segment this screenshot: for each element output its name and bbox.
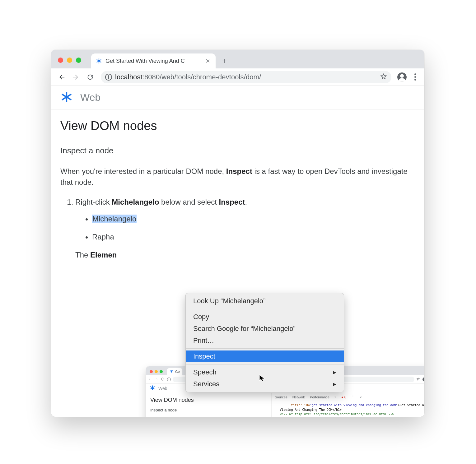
context-menu: Look Up “Michelangelo” Copy Search Googl…: [185, 293, 344, 392]
submenu-arrow-icon: ▶: [333, 370, 336, 375]
devtools-tab-sources: Sources: [275, 395, 287, 399]
devtools-kebab-icon: ⋮: [351, 395, 355, 399]
devtools-panel: Sources Network Performance » ● 6 ⋮ × ti…: [272, 393, 424, 417]
profile-avatar[interactable]: [396, 71, 408, 83]
zoom-window-button: [160, 370, 163, 373]
browser-tab[interactable]: Get Started With Viewing And C: [91, 53, 216, 68]
tab-favicon: [170, 369, 173, 374]
context-menu-separator: [186, 348, 344, 349]
browser-window: Get Started With Viewing And C i localho…: [51, 50, 424, 417]
submenu-arrow-icon: ▶: [333, 382, 336, 387]
close-window-button: [150, 370, 153, 373]
close-window-button[interactable]: [58, 58, 63, 63]
context-menu-copy[interactable]: Copy: [186, 311, 344, 323]
step-1: Right-click Michelangelo below and selec…: [75, 197, 415, 261]
devtools-tabs: Sources Network Performance » ● 6 ⋮ ×: [272, 393, 424, 401]
address-bar[interactable]: i localhost:8080/web/tools/chrome-devtoo…: [101, 71, 391, 83]
site-info-icon[interactable]: i: [105, 74, 112, 81]
back-icon: [148, 377, 153, 382]
nested-paragraph: When you're interested in a particular D…: [150, 416, 267, 417]
svg-marker-1: [417, 378, 420, 380]
browser-menu-button[interactable]: [410, 71, 420, 83]
star-icon: [416, 377, 421, 382]
url-text: localhost:8080/web/tools/chrome-devtools…: [115, 73, 261, 81]
page-h2: Inspect a node: [60, 146, 415, 155]
context-menu-services[interactable]: Services▶: [186, 378, 344, 390]
tab-favicon: [96, 58, 102, 64]
nested-tab-title: Ge: [175, 370, 180, 374]
reload-button[interactable]: [84, 71, 96, 83]
back-button[interactable]: [55, 71, 68, 83]
intro-paragraph: When you're interested in a particular D…: [60, 166, 415, 188]
context-menu-speech[interactable]: Speech▶: [186, 366, 344, 378]
nested-h2: Inspect a node: [150, 408, 267, 412]
site-header: Web: [51, 86, 424, 109]
devtools-error-count: ● 6: [341, 395, 346, 399]
context-menu-search[interactable]: Search Google for “Michelangelo”: [186, 323, 344, 335]
minimize-window-button[interactable]: [67, 58, 72, 63]
new-tab-button[interactable]: [218, 55, 231, 67]
site-logo-icon: [150, 385, 155, 392]
list-item[interactable]: Rapha: [92, 231, 415, 243]
svg-marker-0: [381, 74, 386, 79]
devtools-elements-source: title" id="get_started_with_viewing_and_…: [272, 401, 424, 417]
browser-toolbar: i localhost:8080/web/tools/chrome-devtoo…: [51, 68, 424, 86]
forward-button[interactable]: [70, 71, 82, 83]
avatar-icon: [422, 377, 424, 382]
devtools-close-icon: ×: [360, 395, 362, 399]
window-controls: [55, 58, 84, 68]
highlighted-text: Michelangelo: [92, 215, 137, 223]
avatar-icon: [397, 72, 407, 82]
reload-icon: [161, 377, 165, 382]
page-h1: View DOM nodes: [60, 119, 415, 133]
devtools-tab-network: Network: [292, 395, 305, 399]
devtools-more: »: [334, 395, 336, 399]
zoom-window-button[interactable]: [76, 58, 81, 63]
site-info-icon: i: [167, 378, 171, 381]
nested-site-title: Web: [158, 386, 167, 391]
minimize-window-button: [155, 370, 158, 373]
tab-title: Get Started With Viewing And C: [105, 58, 201, 64]
steps-list: Right-click Michelangelo below and selec…: [60, 197, 415, 261]
nested-page-content: View DOM nodes Inspect a node When you'r…: [146, 393, 272, 417]
site-title: Web: [80, 92, 100, 103]
bookmark-icon[interactable]: [380, 73, 387, 81]
page-content: View DOM nodes Inspect a node When you'r…: [51, 109, 424, 261]
context-menu-inspect[interactable]: Inspect: [186, 350, 344, 362]
tab-strip: Get Started With Viewing And C: [51, 50, 424, 68]
list-item[interactable]: Michelangelo: [92, 213, 415, 225]
context-menu-lookup[interactable]: Look Up “Michelangelo”: [186, 295, 344, 307]
tab-close-icon[interactable]: [204, 58, 211, 64]
devtools-tab-performance: Performance: [310, 395, 329, 399]
artist-list: Michelangelo Rapha: [75, 213, 415, 243]
forward-icon: [155, 377, 159, 382]
context-menu-print[interactable]: Print…: [186, 335, 344, 346]
site-logo-icon: [60, 91, 73, 104]
step-result: The Elemen: [75, 249, 415, 261]
context-menu-separator: [186, 309, 344, 309]
context-menu-separator: [186, 364, 344, 364]
nested-tab: Ge: [167, 368, 182, 375]
nested-h1: View DOM nodes: [150, 397, 267, 403]
